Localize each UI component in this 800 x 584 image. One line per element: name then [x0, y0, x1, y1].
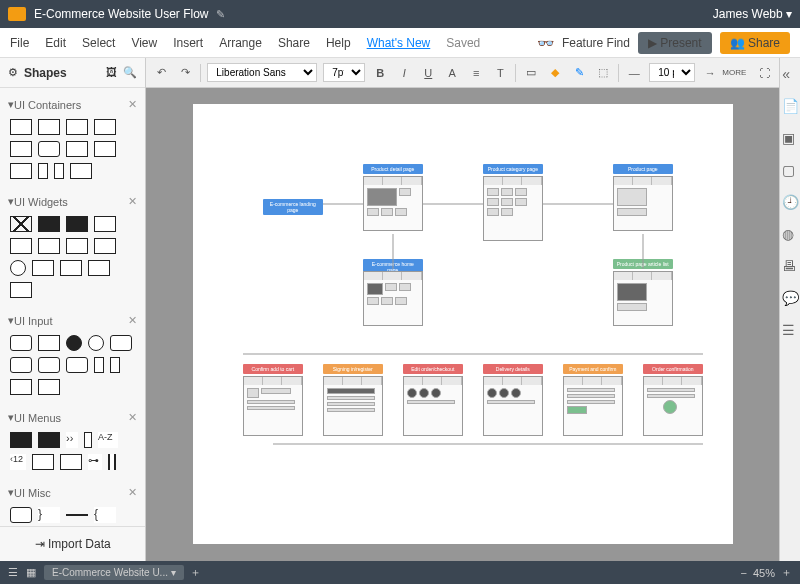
shape[interactable]: [110, 335, 132, 351]
shape-rect[interactable]: [94, 119, 116, 135]
print-icon[interactable]: 🖶: [782, 258, 798, 274]
flow-label[interactable]: E-commerce landing page: [263, 199, 323, 215]
shape[interactable]: [66, 216, 88, 232]
shape[interactable]: }: [38, 507, 60, 523]
flow-label[interactable]: Product category page: [483, 164, 543, 174]
menu-help[interactable]: Help: [326, 36, 351, 50]
fill-button[interactable]: ▭: [522, 64, 540, 82]
grid-view-icon[interactable]: ▦: [26, 566, 36, 579]
wireframe[interactable]: [483, 176, 543, 241]
frame-icon[interactable]: ▣: [782, 130, 798, 146]
redo-button[interactable]: ↷: [176, 64, 194, 82]
line-button[interactable]: —: [625, 64, 643, 82]
folder-icon[interactable]: [8, 7, 26, 21]
fullscreen-button[interactable]: ⛶: [755, 64, 773, 82]
canvas-area[interactable]: E-commerce landing page Product detail p…: [146, 88, 779, 561]
page-tab[interactable]: E-Commerce Website U... ▾: [44, 565, 184, 580]
shape[interactable]: ⊶: [88, 454, 102, 470]
search-icon[interactable]: 🔍: [123, 66, 137, 79]
shape-rect[interactable]: [94, 141, 116, 157]
shape[interactable]: [10, 216, 32, 232]
shape[interactable]: [60, 260, 82, 276]
shape[interactable]: [94, 238, 116, 254]
textcolor-button[interactable]: A: [443, 64, 461, 82]
wireframe[interactable]: [613, 176, 673, 231]
rename-icon[interactable]: ✎: [216, 8, 225, 21]
fillcolor-button[interactable]: ◆: [546, 64, 564, 82]
shape-rect[interactable]: [10, 141, 32, 157]
shape-folder[interactable]: [66, 141, 88, 157]
shape[interactable]: [84, 432, 92, 448]
menu-edit[interactable]: Edit: [45, 36, 66, 50]
zoom-level[interactable]: 45%: [753, 567, 775, 579]
shape[interactable]: [88, 335, 104, 351]
more-text-button[interactable]: T: [491, 64, 509, 82]
present-button[interactable]: ▶ Present: [638, 32, 712, 54]
flow-label[interactable]: Edit order/checkout: [403, 364, 463, 374]
shape[interactable]: A‑Z: [98, 432, 118, 448]
shape-rect[interactable]: [38, 119, 60, 135]
shape[interactable]: [38, 238, 60, 254]
shape[interactable]: [10, 282, 32, 298]
shape[interactable]: [66, 514, 88, 516]
wireframe[interactable]: [363, 176, 423, 231]
menu-arrange[interactable]: Arrange: [219, 36, 262, 50]
document-title[interactable]: E-Commerce Website User Flow: [34, 7, 208, 21]
flow-label[interactable]: Order confirmation: [643, 364, 703, 374]
flow-label[interactable]: Signing in/register: [323, 364, 383, 374]
wireframe[interactable]: [563, 376, 623, 436]
close-icon[interactable]: ✕: [128, 486, 137, 499]
linecolor-button[interactable]: ✎: [570, 64, 588, 82]
shape[interactable]: [10, 335, 32, 351]
shape[interactable]: ››: [66, 432, 78, 448]
shape-rect[interactable]: [54, 163, 64, 179]
more-button[interactable]: MORE: [725, 64, 743, 82]
fontsize-select[interactable]: 7pt: [323, 63, 365, 82]
shape[interactable]: [38, 432, 60, 448]
history-icon[interactable]: 🕘: [782, 194, 798, 210]
shape[interactable]: [10, 238, 32, 254]
shape[interactable]: [32, 260, 54, 276]
shape[interactable]: {: [94, 507, 116, 523]
wireframe[interactable]: [643, 376, 703, 436]
shape-rect[interactable]: [10, 119, 32, 135]
wireframe[interactable]: [243, 376, 303, 436]
add-page-button[interactable]: ＋: [190, 565, 201, 580]
shape[interactable]: [94, 357, 104, 373]
share-button[interactable]: 👥 Share: [720, 32, 790, 54]
list-view-icon[interactable]: ☰: [8, 566, 18, 579]
bold-button[interactable]: B: [371, 64, 389, 82]
menu-insert[interactable]: Insert: [173, 36, 203, 50]
shape[interactable]: [10, 379, 32, 395]
shape[interactable]: [38, 216, 60, 232]
shape[interactable]: [38, 379, 60, 395]
shape[interactable]: [60, 454, 82, 470]
arrow-button[interactable]: →: [701, 64, 719, 82]
image-icon[interactable]: 🖼: [106, 66, 117, 79]
data-icon[interactable]: ◍: [782, 226, 798, 242]
close-icon[interactable]: ✕: [128, 195, 137, 208]
shape[interactable]: [88, 260, 110, 276]
present-icon[interactable]: ▢: [782, 162, 798, 178]
shape[interactable]: [10, 260, 26, 276]
shape[interactable]: [66, 335, 82, 351]
wireframe[interactable]: [613, 271, 673, 326]
flow-label[interactable]: Confirm add to cart: [243, 364, 303, 374]
shape[interactable]: [66, 238, 88, 254]
wireframe[interactable]: [323, 376, 383, 436]
font-select[interactable]: Liberation Sans: [207, 63, 317, 82]
wireframe[interactable]: [363, 271, 423, 326]
shape[interactable]: [94, 216, 116, 232]
flow-label[interactable]: Delivery details: [483, 364, 543, 374]
import-data-button[interactable]: ⇥ Import Data: [0, 526, 145, 561]
menu-share[interactable]: Share: [278, 36, 310, 50]
wireframe[interactable]: [483, 376, 543, 436]
close-icon[interactable]: ✕: [128, 411, 137, 424]
linewidth-select[interactable]: 10 px: [649, 63, 695, 82]
collapse-icon[interactable]: «: [782, 66, 798, 82]
flow-label[interactable]: Product page article list: [613, 259, 673, 269]
zoom-in-button[interactable]: ＋: [781, 565, 792, 580]
shape[interactable]: [38, 335, 60, 351]
shape[interactable]: [38, 357, 60, 373]
shape-rect[interactable]: [10, 163, 32, 179]
